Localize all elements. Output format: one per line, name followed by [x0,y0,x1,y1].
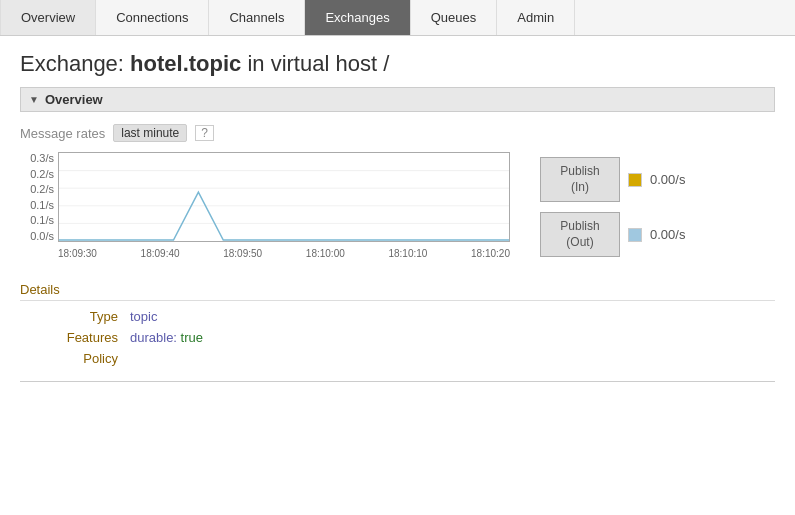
main-content: Exchange: hotel.topic in virtual host / … [0,36,795,397]
overview-section-label: Overview [45,92,103,107]
details-table: Type topic Features durable: true Policy [30,309,775,366]
detail-key-type: Type [30,309,130,324]
chart-xaxis: 18:09:30 18:09:40 18:09:50 18:10:00 18:1… [58,244,510,262]
nav-admin[interactable]: Admin [497,0,575,35]
yaxis-label: 0.3/s [30,152,54,164]
details-section-label: Details [20,282,775,301]
detail-value-policy [130,351,775,366]
yaxis-label: 0.1/s [30,199,54,211]
chart-section: 0.3/s 0.2/s 0.2/s 0.1/s 0.1/s 0.0/s [20,152,775,262]
publish-in-value: 0.00/s [650,172,685,187]
exchange-name: hotel.topic [130,51,241,76]
rate-help-button[interactable]: ? [195,125,214,141]
message-rates-row: Message rates last minute ? [20,124,775,142]
legend-row-publish-in: Publish (In) 0.00/s [540,157,685,202]
xaxis-label: 18:09:30 [58,248,97,259]
publish-in-color-swatch [628,173,642,187]
nav-channels[interactable]: Channels [209,0,305,35]
chart-container: 0.3/s 0.2/s 0.2/s 0.1/s 0.1/s 0.0/s [20,152,510,262]
xaxis-label: 18:09:40 [141,248,180,259]
yaxis-label: 0.0/s [30,230,54,242]
nav-queues[interactable]: Queues [411,0,498,35]
top-navigation: Overview Connections Channels Exchanges … [0,0,795,36]
detail-value-type: topic [130,309,775,324]
publish-out-button[interactable]: Publish (Out) [540,212,620,257]
publish-out-color-swatch [628,228,642,242]
xaxis-label: 18:10:10 [388,248,427,259]
nav-connections[interactable]: Connections [96,0,209,35]
chart-yaxis: 0.3/s 0.2/s 0.2/s 0.1/s 0.1/s 0.0/s [20,152,58,242]
xaxis-label: 18:10:20 [471,248,510,259]
chart-legend: Publish (In) 0.00/s Publish (Out) 0.00/s [540,152,685,257]
detail-key-policy: Policy [30,351,130,366]
detail-key-features: Features [30,330,130,345]
rate-period-pill[interactable]: last minute [113,124,187,142]
bottom-divider [20,381,775,382]
page-title: Exchange: hotel.topic in virtual host / [20,51,775,77]
chart-plot [58,152,510,242]
yaxis-label: 0.2/s [30,168,54,180]
publish-in-button[interactable]: Publish (In) [540,157,620,202]
overview-section-header[interactable]: ▼ Overview [20,87,775,112]
message-rates-label: Message rates [20,126,105,141]
detail-value-features: durable: true [130,330,775,345]
yaxis-label: 0.1/s [30,214,54,226]
publish-out-value: 0.00/s [650,227,685,242]
collapse-triangle-icon: ▼ [29,94,39,105]
xaxis-label: 18:10:00 [306,248,345,259]
nav-overview[interactable]: Overview [0,0,96,35]
yaxis-label: 0.2/s [30,183,54,195]
legend-row-publish-out: Publish (Out) 0.00/s [540,212,685,257]
xaxis-label: 18:09:50 [223,248,262,259]
nav-exchanges[interactable]: Exchanges [305,0,410,35]
